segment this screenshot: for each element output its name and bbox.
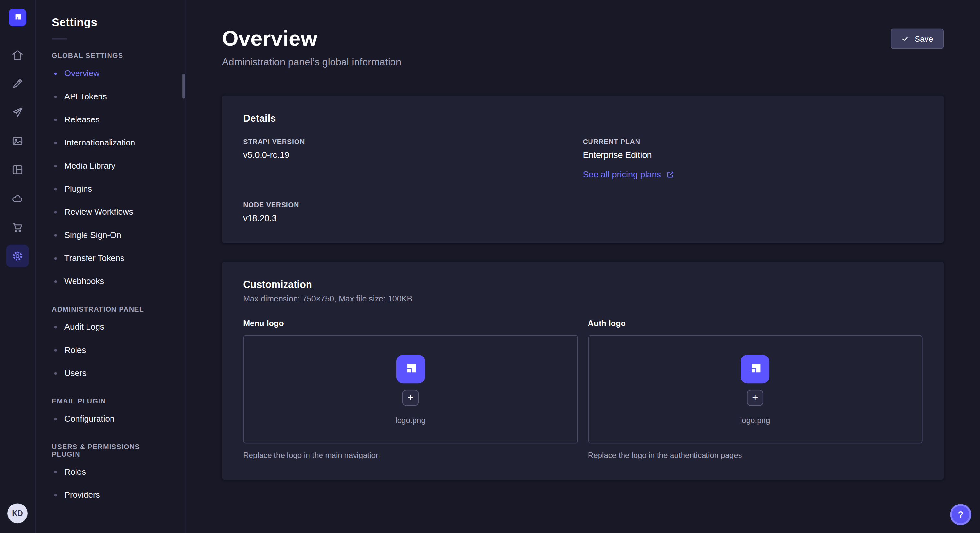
external-link-icon (666, 170, 674, 178)
bullet-icon (54, 72, 57, 75)
auth-logo-upload: Auth logo + logo.png Replace the logo in… (588, 319, 923, 460)
subnav-item-providers[interactable]: Providers (36, 484, 186, 506)
paper-plane-icon[interactable] (6, 101, 29, 124)
menu-logo-dropzone[interactable]: + logo.png (243, 335, 578, 444)
current-plan-label: CURRENT PLAN (583, 138, 922, 145)
subnav-item-overview[interactable]: Overview (36, 62, 186, 85)
nav-item-label: Providers (65, 489, 100, 501)
menu-logo-upload: Menu logo + logo.png Replace the logo in… (243, 319, 578, 460)
nav-item-label: Roles (65, 466, 86, 478)
bullet-icon (54, 326, 57, 328)
current-plan-field: CURRENT PLAN Enterprise Edition See all … (583, 138, 922, 180)
nav-item-label: Configuration (65, 413, 115, 425)
cart-icon[interactable] (6, 216, 29, 238)
bullet-icon (54, 417, 57, 420)
menu-logo-preview (396, 354, 425, 383)
bullet-icon (54, 141, 57, 144)
section-heading-users-permissions-plugin: USERS & PERMISSIONS PLUGIN (52, 443, 170, 458)
bullet-icon (54, 165, 57, 167)
rail-icon-list (6, 44, 29, 267)
strapi-logo-glyph (747, 361, 763, 377)
auth-logo-filename: logo.png (740, 416, 770, 424)
add-menu-logo-button[interactable]: + (402, 389, 419, 405)
nav-item-label: Transfer Tokens (65, 252, 124, 264)
node-version-field: NODE VERSION v18.20.3 (243, 201, 583, 223)
strapi-version-field: STRAPI VERSION v5.0.0-rc.19 (243, 138, 583, 180)
bullet-icon (54, 234, 57, 236)
section-heading-email-plugin: EMAIL PLUGIN (52, 397, 170, 405)
auth-logo-dropzone[interactable]: + logo.png (588, 335, 923, 444)
nav-item-label: Plugins (65, 183, 92, 195)
check-icon (902, 35, 909, 43)
node-version-value: v18.20.3 (243, 213, 583, 223)
home-icon[interactable] (6, 44, 29, 66)
nav-item-label: Webhooks (65, 275, 104, 287)
customization-card: Customization Max dimension: 750×750, Ma… (222, 262, 944, 479)
subnav-item-plugins[interactable]: Plugins (36, 178, 186, 200)
subnav-item-configuration[interactable]: Configuration (36, 407, 186, 430)
nav-item-label: API Tokens (65, 90, 107, 103)
details-card-title: Details (243, 113, 922, 124)
save-button[interactable]: Save (891, 29, 944, 49)
auth-logo-preview (741, 354, 770, 383)
nav-item-label: Review Workflows (65, 206, 133, 218)
nav-item-label: Users (65, 367, 86, 379)
bullet-icon (54, 494, 57, 497)
media-icon[interactable] (6, 130, 29, 152)
strapi-logo-glyph (13, 13, 23, 23)
page-subtitle: Administration panel’s global informatio… (222, 57, 401, 68)
subnav-scrollbar[interactable] (183, 74, 185, 99)
nav-item-label: Internationalization (65, 136, 135, 149)
pricing-plans-link[interactable]: See all pricing plans (583, 169, 674, 179)
main-content: Overview Administration panel’s global i… (186, 0, 980, 533)
subnav-item-media-library[interactable]: Media Library (36, 154, 186, 177)
subnav-item-webhooks[interactable]: Webhooks (36, 270, 186, 293)
user-avatar[interactable]: KD (8, 503, 27, 523)
nav-item-label: Overview (65, 67, 100, 79)
logo-uploads: Menu logo + logo.png Replace the logo in… (243, 319, 922, 460)
customization-card-title: Customization (243, 279, 922, 290)
subnav-item-transfer-tokens[interactable]: Transfer Tokens (36, 247, 186, 270)
subnav-item-api-tokens[interactable]: API Tokens (36, 85, 186, 108)
nav-item-label: Single Sign-On (65, 229, 121, 241)
app-window: KD Settings GLOBAL SETTINGS Overview API… (0, 0, 980, 533)
menu-logo-label: Menu logo (243, 319, 578, 328)
settings-gear-icon[interactable] (6, 245, 29, 267)
customization-card-subtitle: Max dimension: 750×750, Max file size: 1… (243, 294, 922, 303)
strapi-version-label: STRAPI VERSION (243, 138, 583, 145)
title-divider (52, 38, 67, 40)
nav-item-label: Audit Logs (65, 321, 104, 333)
subnav-item-audit-logs[interactable]: Audit Logs (36, 316, 186, 338)
strapi-logo[interactable] (9, 9, 26, 26)
cloud-icon[interactable] (6, 187, 29, 210)
page-header: Overview Administration panel’s global i… (222, 26, 944, 68)
bullet-icon (54, 471, 57, 473)
subnav-item-review-workflows[interactable]: Review Workflows (36, 200, 186, 224)
auth-logo-label: Auth logo (588, 319, 923, 328)
subnav-item-up-roles[interactable]: Roles (36, 460, 186, 483)
subnav-item-admin-roles[interactable]: Roles (36, 338, 186, 362)
bullet-icon (54, 188, 57, 190)
main-nav-rail: KD (0, 0, 36, 533)
help-button[interactable]: ? (950, 503, 971, 525)
bullet-icon (54, 118, 57, 121)
nav-item-label: Roles (65, 344, 86, 356)
current-plan-value: Enterprise Edition (583, 150, 922, 160)
question-mark-icon: ? (958, 509, 964, 520)
subnav-item-internationalization[interactable]: Internationalization (36, 131, 186, 154)
layout-icon[interactable] (6, 159, 29, 181)
page-title: Overview (222, 26, 401, 51)
subnav-item-single-sign-on[interactable]: Single Sign-On (36, 224, 186, 246)
pen-icon[interactable] (6, 73, 29, 95)
save-button-label: Save (915, 34, 933, 43)
bullet-icon (54, 372, 57, 374)
bullet-icon (54, 257, 57, 260)
subnav-item-users[interactable]: Users (36, 362, 186, 385)
bullet-icon (54, 211, 57, 213)
add-auth-logo-button[interactable]: + (747, 389, 763, 405)
subnav-title: Settings (52, 16, 186, 29)
strapi-logo-glyph (402, 361, 419, 377)
subnav-item-releases[interactable]: Releases (36, 108, 186, 131)
bullet-icon (54, 349, 57, 351)
menu-logo-filename: logo.png (395, 416, 425, 424)
